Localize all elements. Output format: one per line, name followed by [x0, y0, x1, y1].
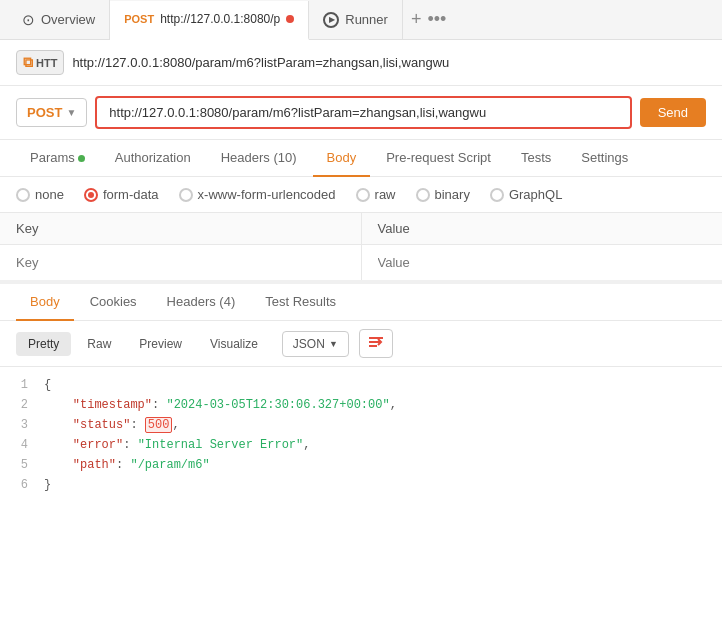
code-line-2: "timestamp": "2024-03-05T12:30:06.327+00… [44, 395, 718, 415]
resp-tab-body[interactable]: Body [16, 284, 74, 321]
wrap-icon [368, 335, 384, 349]
tab-params[interactable]: Params [16, 140, 99, 177]
fmt-pretty[interactable]: Pretty [16, 332, 71, 356]
http-badge-label: HTT [36, 57, 57, 69]
tab-authorization[interactable]: Authorization [101, 140, 205, 177]
code-view: 1 2 3 4 5 6 { "timestamp": "2024-03-05T1… [0, 367, 722, 503]
fmt-raw[interactable]: Raw [75, 332, 123, 356]
fmt-preview[interactable]: Preview [127, 332, 194, 356]
send-button[interactable]: Send [640, 98, 706, 127]
body-type-options: none form-data x-www-form-urlencoded raw… [0, 177, 722, 213]
tab-method-label: POST [124, 13, 154, 25]
option-none[interactable]: none [16, 187, 64, 202]
radio-none [16, 188, 30, 202]
method-chevron-icon: ▼ [66, 107, 76, 118]
runner-icon [323, 12, 339, 28]
resp-tab-test-results[interactable]: Test Results [251, 284, 350, 321]
radio-graphql [490, 188, 504, 202]
http-badge: ⧉ HTT [16, 50, 64, 75]
key-cell[interactable] [0, 245, 361, 281]
json-chevron-icon: ▼ [329, 339, 338, 349]
code-line-4: "error": "Internal Server Error", [44, 435, 718, 455]
wrap-lines-button[interactable] [359, 329, 393, 358]
table-row [0, 245, 722, 281]
overview-icon: ⊙ [22, 11, 35, 29]
json-format-select[interactable]: JSON ▼ [282, 331, 349, 357]
option-form-data[interactable]: form-data [84, 187, 159, 202]
response-section: Body Cookies Headers (4) Test Results Pr… [0, 281, 722, 503]
key-input[interactable] [16, 255, 345, 270]
tab-pre-request[interactable]: Pre-request Script [372, 140, 505, 177]
radio-raw [356, 188, 370, 202]
option-binary[interactable]: binary [416, 187, 470, 202]
option-raw[interactable]: raw [356, 187, 396, 202]
tab-tests[interactable]: Tests [507, 140, 565, 177]
resp-tab-cookies[interactable]: Cookies [76, 284, 151, 321]
method-label: POST [27, 105, 62, 120]
response-nav-tabs: Body Cookies Headers (4) Test Results [0, 284, 722, 321]
tab-runner[interactable]: Runner [309, 0, 403, 39]
option-graphql[interactable]: GraphQL [490, 187, 562, 202]
tab-bar: ⊙ Overview POST http://127.0.0.1:8080/p … [0, 0, 722, 40]
resp-tab-headers[interactable]: Headers (4) [153, 284, 250, 321]
code-content: { "timestamp": "2024-03-05T12:30:06.327+… [40, 375, 722, 495]
add-tab-button[interactable]: + [411, 9, 422, 30]
tab-overview[interactable]: ⊙ Overview [8, 0, 110, 39]
radio-form-data [84, 188, 98, 202]
line-numbers: 1 2 3 4 5 6 [0, 375, 40, 495]
tab-settings[interactable]: Settings [567, 140, 642, 177]
code-line-1: { [44, 375, 718, 395]
unsaved-dot [286, 15, 294, 23]
code-line-6: } [44, 475, 718, 495]
col-key-header: Key [0, 213, 361, 245]
col-value-header: Value [361, 213, 722, 245]
url-input[interactable] [95, 96, 631, 129]
radio-urlencoded [179, 188, 193, 202]
code-line-3: "status": 500, [44, 415, 718, 435]
tab-headers[interactable]: Headers (10) [207, 140, 311, 177]
code-line-5: "path": "/param/m6" [44, 455, 718, 475]
kv-table: Key Value [0, 213, 722, 281]
request-bar: POST ▼ Send [0, 86, 722, 140]
request-nav-tabs: Params Authorization Headers (10) Body P… [0, 140, 722, 177]
runner-label: Runner [345, 12, 388, 27]
json-format-label: JSON [293, 337, 325, 351]
more-tabs-button[interactable]: ••• [427, 9, 446, 30]
tab-url-label: http://127.0.0.1:8080/p [160, 12, 280, 26]
value-input[interactable] [378, 255, 707, 270]
fmt-visualize[interactable]: Visualize [198, 332, 270, 356]
option-urlencoded[interactable]: x-www-form-urlencoded [179, 187, 336, 202]
full-url-display: http://127.0.0.1:8080/param/m6?listParam… [72, 55, 449, 70]
format-bar: Pretty Raw Preview Visualize JSON ▼ [0, 321, 722, 367]
tab-body[interactable]: Body [313, 140, 371, 177]
tab-request[interactable]: POST http://127.0.0.1:8080/p [110, 1, 309, 40]
value-cell[interactable] [361, 245, 722, 281]
radio-binary [416, 188, 430, 202]
http-icon: ⧉ [23, 54, 33, 71]
url-bar: ⧉ HTT http://127.0.0.1:8080/param/m6?lis… [0, 40, 722, 86]
params-dot [78, 155, 85, 162]
method-select[interactable]: POST ▼ [16, 98, 87, 127]
